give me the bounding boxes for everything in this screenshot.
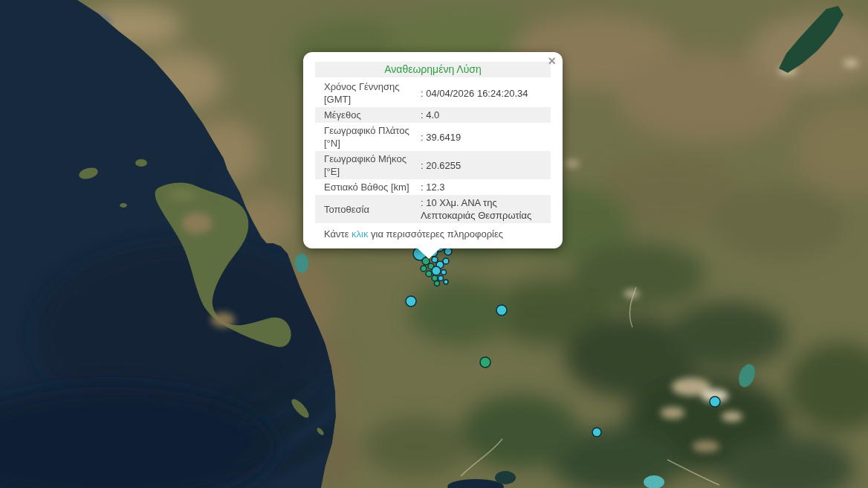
- map-viewport: × Αναθεωρημένη Λύση Χρόνος Γέννησης [GMT…: [0, 0, 868, 488]
- row-label: Γεωγραφικό Μήκος [°E]: [315, 151, 421, 179]
- row-value: : 10 Χλμ. ΑΝΑ της Λεπτοκαριάς Θεσπρωτίας: [421, 195, 551, 223]
- footer-text-suffix: για περισσότερες πληροφορίες: [368, 228, 503, 240]
- quake-marker[interactable]: [432, 266, 441, 275]
- popup-footer: Κάντε κλικ για περισσότερες πληροφορίες: [315, 228, 551, 240]
- row-label: Εστιακό Βάθος [km]: [315, 179, 421, 195]
- quake-marker[interactable]: [438, 276, 444, 281]
- earthquake-details-table: Χρόνος Γέννησης [GMT] : 04/04/2026 16:24…: [315, 79, 551, 223]
- quake-marker[interactable]: [496, 305, 507, 315]
- row-value: : 20.6255: [421, 151, 551, 179]
- quake-marker[interactable]: [480, 357, 490, 367]
- row-value: : 4.0: [421, 107, 551, 123]
- quake-marker[interactable]: [710, 396, 720, 407]
- more-info-link[interactable]: κλικ: [352, 228, 368, 240]
- table-row: Εστιακό Βάθος [km] : 12.3: [315, 179, 551, 195]
- table-row: Γεωγραφικό Μήκος [°E] : 20.6255: [315, 151, 551, 179]
- quake-marker[interactable]: [441, 270, 447, 275]
- quake-marker[interactable]: [444, 248, 452, 255]
- row-label: Γεωγραφικό Πλάτος [°N]: [315, 123, 421, 151]
- quake-marker[interactable]: [435, 281, 440, 286]
- quake-marker[interactable]: [406, 296, 416, 306]
- earthquake-popup: × Αναθεωρημένη Λύση Χρόνος Γέννησης [GMT…: [303, 52, 563, 248]
- row-value: : 04/04/2026 16:24:20.34: [421, 79, 551, 107]
- row-label: Χρόνος Γέννησης [GMT]: [315, 79, 421, 107]
- table-row: Γεωγραφικό Πλάτος [°N] : 39.6419: [315, 123, 551, 151]
- quake-marker[interactable]: [426, 271, 432, 277]
- popup-title: Αναθεωρημένη Λύση: [315, 62, 551, 77]
- table-row: Χρόνος Γέννησης [GMT] : 04/04/2026 16:24…: [315, 79, 551, 107]
- row-value: : 39.6419: [421, 123, 551, 151]
- table-row: Τοποθεσία : 10 Χλμ. ΑΝΑ της Λεπτοκαριάς …: [315, 195, 551, 223]
- quake-marker[interactable]: [444, 280, 448, 284]
- quake-marker[interactable]: [592, 428, 601, 437]
- footer-text-prefix: Κάντε: [324, 228, 352, 240]
- table-row: Μέγεθος : 4.0: [315, 107, 551, 123]
- row-label: Τοποθεσία: [315, 195, 421, 223]
- quake-marker[interactable]: [421, 266, 427, 272]
- row-label: Μέγεθος: [315, 107, 421, 123]
- close-icon[interactable]: ×: [548, 54, 556, 68]
- row-value: : 12.3: [421, 179, 551, 195]
